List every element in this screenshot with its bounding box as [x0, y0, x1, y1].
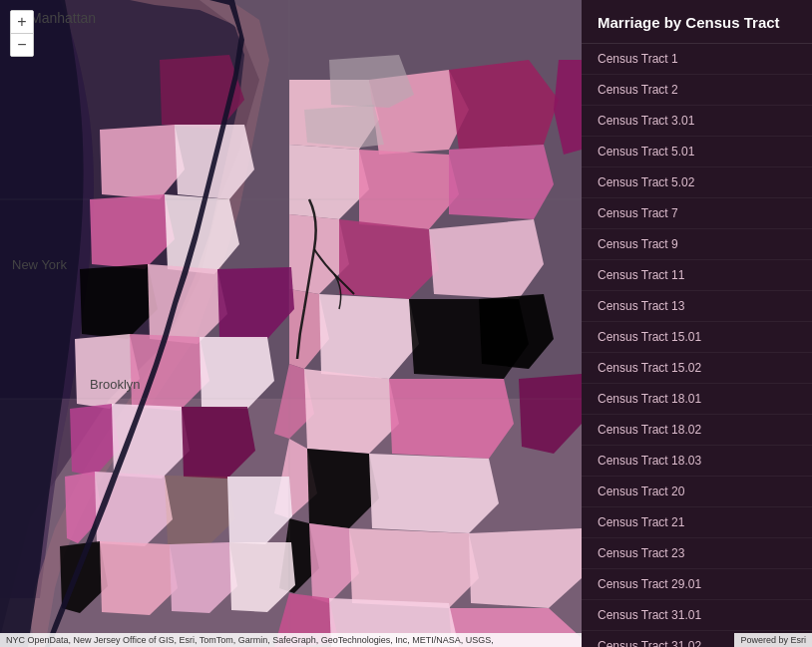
- zoom-out-button[interactable]: −: [11, 34, 33, 56]
- sidebar-item-2[interactable]: Census Tract 3.01: [582, 106, 812, 137]
- svg-marker-8: [449, 145, 554, 219]
- sidebar-item-5[interactable]: Census Tract 7: [582, 198, 812, 229]
- sidebar-item-17[interactable]: Census Tract 29.01: [582, 569, 812, 600]
- sidebar-item-4[interactable]: Census Tract 5.02: [582, 167, 812, 198]
- sidebar-item-9[interactable]: Census Tract 15.01: [582, 322, 812, 353]
- sidebar-item-13[interactable]: Census Tract 18.03: [582, 446, 812, 477]
- svg-marker-11: [429, 219, 544, 299]
- svg-marker-17: [389, 379, 514, 459]
- sidebar-item-18[interactable]: Census Tract 31.01: [582, 600, 812, 631]
- sidebar-item-16[interactable]: Census Tract 23: [582, 538, 812, 569]
- sidebar: Marriage by Census Tract Census Tract 1C…: [582, 0, 812, 647]
- sidebar-title: Marriage by Census Tract: [582, 0, 812, 44]
- sidebar-item-8[interactable]: Census Tract 13: [582, 291, 812, 322]
- sidebar-item-6[interactable]: Census Tract 9: [582, 229, 812, 260]
- map-area[interactable]: Manhattan New York Brooklyn + − NYC Open…: [0, 0, 582, 647]
- powered-by-badge: Powered by Esri: [734, 633, 812, 647]
- zoom-in-button[interactable]: +: [11, 11, 33, 33]
- sidebar-item-10[interactable]: Census Tract 15.02: [582, 353, 812, 384]
- sidebar-item-3[interactable]: Census Tract 5.01: [582, 137, 812, 167]
- svg-marker-20: [369, 454, 499, 533]
- sidebar-item-12[interactable]: Census Tract 18.02: [582, 415, 812, 446]
- svg-marker-50: [304, 105, 384, 148]
- sidebar-item-0[interactable]: Census Tract 1: [582, 44, 812, 75]
- attribution-text: NYC OpenData, New Jersey Office of GIS, …: [6, 635, 494, 645]
- zoom-controls: + −: [10, 10, 34, 57]
- sidebar-item-15[interactable]: Census Tract 21: [582, 507, 812, 538]
- sidebar-items-container: Census Tract 1Census Tract 2Census Tract…: [582, 44, 812, 647]
- svg-marker-23: [349, 528, 479, 608]
- svg-marker-51: [329, 55, 414, 108]
- sidebar-item-7[interactable]: Census Tract 11: [582, 260, 812, 291]
- sidebar-item-14[interactable]: Census Tract 20: [582, 477, 812, 507]
- sidebar-item-1[interactable]: Census Tract 2: [582, 75, 812, 106]
- map-attribution: NYC OpenData, New Jersey Office of GIS, …: [0, 633, 582, 647]
- sidebar-item-11[interactable]: Census Tract 18.01: [582, 384, 812, 415]
